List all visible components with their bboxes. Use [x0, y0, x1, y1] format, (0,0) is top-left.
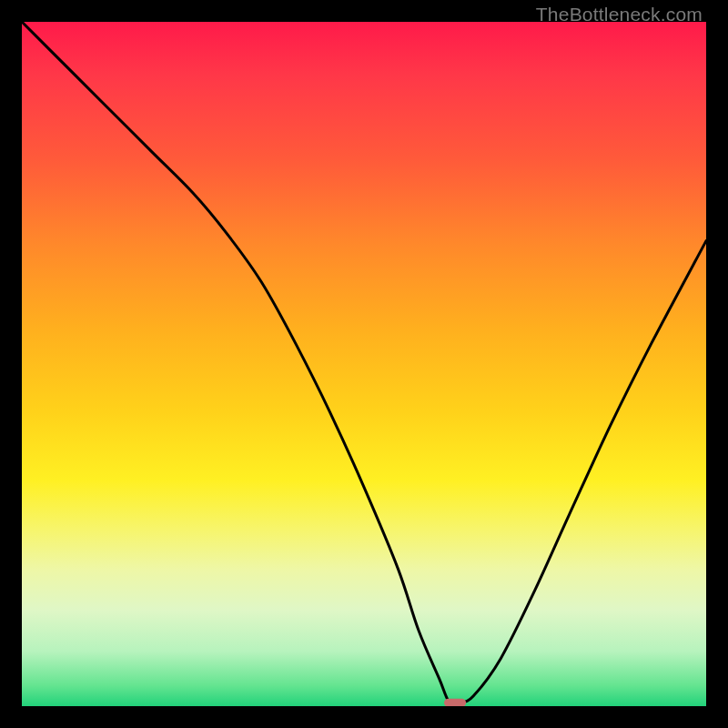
optimal-marker	[444, 699, 466, 706]
chart-frame: TheBottleneck.com	[0, 0, 728, 728]
plot-area	[22, 22, 706, 706]
bottleneck-curve	[22, 22, 706, 704]
chart-svg	[22, 22, 706, 706]
